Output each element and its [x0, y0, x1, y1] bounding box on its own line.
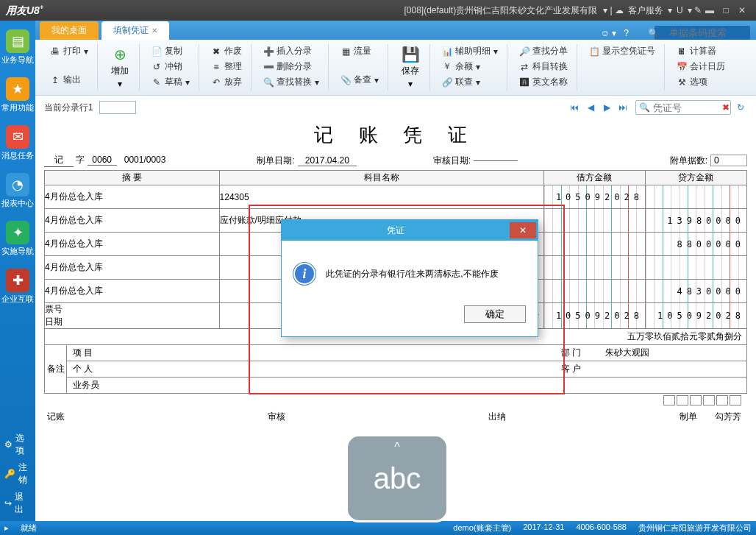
link-query-button[interactable]: 🔗联查 ▾	[439, 75, 501, 89]
smile-icon[interactable]: ☺ ▾	[601, 28, 617, 38]
tab-close-icon[interactable]: ✕	[151, 26, 157, 35]
dialog-ok-button[interactable]: 确定	[464, 305, 526, 323]
sidebar-item-connect[interactable]: ✚企业互联	[1, 266, 34, 308]
delete-entry-button[interactable]: ➖删除分录	[260, 60, 322, 74]
options-button[interactable]: ⚒选项	[674, 75, 728, 89]
ref-button[interactable]: 📎备查 ▾	[338, 73, 382, 87]
search-icon: 🔍	[648, 28, 659, 38]
last-button[interactable]: ⏭	[616, 101, 630, 114]
voucher-find-box: 🔍 ✖	[635, 100, 731, 115]
tab-desktop[interactable]: 我的桌面	[40, 21, 99, 40]
balance-button[interactable]: ￥余额 ▾	[439, 60, 501, 74]
print-button[interactable]: 🖶打印 ▾	[47, 44, 91, 58]
col-credit: 贷方金额	[645, 171, 746, 185]
void-button[interactable]: ✖作废	[208, 44, 245, 58]
close-button[interactable]: ✕	[734, 5, 750, 15]
offset-icon: ↺	[151, 62, 162, 72]
first-button[interactable]: ⏮	[568, 101, 581, 114]
insert-entry-button[interactable]: ➕插入分录	[260, 44, 322, 58]
prev-button[interactable]: ◀	[584, 101, 597, 114]
offset-button[interactable]: ↺冲销	[149, 60, 193, 74]
voucher-find-input[interactable]	[653, 101, 719, 114]
discard-icon: ↶	[211, 77, 221, 88]
calculator-button[interactable]: 🖩计算器	[674, 44, 728, 58]
aux-detail-button[interactable]: 📊辅助明细 ▾	[439, 44, 501, 58]
col-debit: 借方金额	[543, 171, 645, 185]
voucher-title: 记 账 凭 证	[44, 119, 747, 154]
add-button[interactable]: ⊕增加 ▾	[107, 44, 133, 91]
make-date[interactable]: 2017.04.20	[298, 155, 357, 166]
make-date-label: 制单日期:	[257, 155, 294, 167]
maximize-button[interactable]: □	[718, 5, 734, 15]
sidebar-item-impl[interactable]: ✦实施导航	[1, 218, 34, 260]
col-summary: 摘 要	[45, 171, 220, 185]
opt-icon: ⚒	[677, 77, 687, 88]
title-bar: 用友U8+ [008](default)贵州铜仁吉阳朱砂文化产业发展有限 ▾ |…	[0, 0, 756, 21]
gear-icon: ⚙	[4, 439, 13, 450]
export-icon: ↥	[50, 75, 60, 85]
print-icon: 🖶	[50, 46, 60, 57]
help-icon[interactable]: ?	[624, 28, 629, 38]
barcode-search-input[interactable]	[655, 26, 750, 40]
sidebar-logout[interactable]: 🔑注销	[4, 459, 31, 489]
subject-convert-button[interactable]: ⇄科目转换	[516, 60, 571, 74]
sidebar-item-common[interactable]: ★常用功能	[1, 74, 34, 116]
col-subject: 科目名称	[219, 171, 543, 185]
toolbar: 🖶打印 ▾ ↥输出 ⊕增加 ▾ 📄复制 ↺冲销 ✎草稿 ▾ ✖作废 ≡整理 ↶放…	[35, 40, 756, 96]
refresh-button[interactable]: ↻	[734, 101, 747, 114]
draft-icon: ✎	[151, 77, 162, 88]
dialog-titlebar: 凭证 ✕	[282, 220, 538, 241]
app-logo: 用友U8+	[6, 4, 43, 18]
english-name-button[interactable]: 🅰英文名称	[516, 75, 571, 89]
find-split-button[interactable]: 🔎查找分单	[516, 44, 571, 58]
location-line: 当前分录行1 ⏮ ◀ ▶ ⏭ 🔍 ✖ ↻	[35, 96, 756, 119]
key-icon: 🔑	[4, 469, 15, 479]
table-row[interactable]: 4月份总仓入库124305 105092028	[45, 185, 747, 209]
find-icon: 🔍	[263, 77, 274, 88]
calc-icon: 🖩	[677, 46, 687, 57]
sidebar-item-nav[interactable]: ▤业务导航	[1, 26, 34, 68]
insert-icon: ➕	[263, 46, 274, 57]
mini-icons	[44, 394, 747, 408]
info-dialog: 凭证 ✕ i 此凭证的分录有银行/往来两清标志,不能作废 确定	[281, 219, 538, 337]
tab-voucher[interactable]: 填制凭证✕	[101, 21, 169, 40]
save-button[interactable]: 💾保存 ▾	[397, 44, 424, 91]
expand-icon[interactable]: ▸	[4, 523, 9, 533]
empty-icon: 📋	[589, 46, 599, 57]
next-button[interactable]: ▶	[600, 101, 613, 114]
link-icon: 🔗	[442, 77, 452, 88]
clear-find-icon[interactable]: ✖	[722, 102, 730, 113]
delete-icon: ➖	[263, 62, 274, 72]
flow-button[interactable]: ▦流量	[338, 44, 382, 58]
find2-icon: 🔎	[519, 46, 529, 57]
calendar-button[interactable]: 📅会计日历	[674, 60, 728, 74]
sidebar-item-report[interactable]: ◔报表中心	[1, 170, 34, 212]
dialog-message: 此凭证的分录有银行/往来两清标志,不能作废	[326, 268, 499, 280]
audit-date[interactable]	[474, 160, 518, 161]
sig-book: 记账	[47, 411, 135, 423]
mail-icon: ✉	[6, 125, 29, 149]
dialog-title: 凭证	[282, 224, 510, 237]
status-bar: ▸ 就绪 demo(账套主管) 2017-12-31 4006-600-588 …	[0, 521, 756, 535]
copy-button[interactable]: 📄复制	[149, 44, 193, 58]
discard-button[interactable]: ↶放弃	[208, 75, 245, 89]
attach-label: 附单据数:	[670, 155, 707, 167]
show-empty-button[interactable]: 📋显示空凭证号	[586, 44, 658, 58]
attach-count[interactable]: 0	[710, 155, 747, 166]
sidebar-exit[interactable]: ↪退出	[4, 489, 31, 518]
minimize-button[interactable]: ▬	[702, 5, 718, 15]
export-button[interactable]: ↥输出	[47, 73, 91, 87]
void-icon: ✖	[211, 46, 221, 57]
remark-label: 备注	[45, 345, 67, 393]
balance-icon: ￥	[442, 62, 452, 72]
draft-button[interactable]: ✎草稿 ▾	[149, 75, 193, 89]
save-icon: 💾	[402, 46, 419, 63]
dialog-close-button[interactable]: ✕	[510, 222, 536, 238]
entry-input[interactable]	[99, 101, 136, 114]
customer-service[interactable]: ▾ | ☁ 客户服务 ▾ U ▾ ✎	[603, 4, 702, 17]
sidebar-options[interactable]: ⚙选项	[4, 430, 31, 459]
sort-button[interactable]: ≡整理	[208, 60, 245, 74]
find-replace-button[interactable]: 🔍查找替换 ▾	[260, 75, 322, 89]
sidebar-item-message[interactable]: ✉消息任务	[1, 122, 34, 164]
left-sidebar: ▤业务导航 ★常用功能 ✉消息任务 ◔报表中心 ✦实施导航 ✚企业互联 ⚙选项 …	[0, 21, 35, 521]
